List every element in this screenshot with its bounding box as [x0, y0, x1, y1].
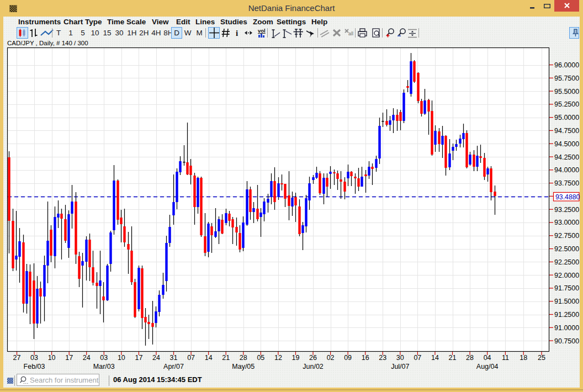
svg-text:26: 26: [309, 354, 317, 362]
svg-text:91.0000: 91.0000: [554, 324, 579, 332]
svg-text:03: 03: [30, 354, 38, 362]
svg-text:95.0000: 95.0000: [554, 114, 579, 121]
svg-text:24: 24: [152, 354, 160, 362]
svg-text:90.7500: 90.7500: [554, 337, 579, 345]
svg-text:10: 10: [118, 354, 125, 362]
svg-text:16: 16: [362, 354, 369, 362]
svg-text:95.7500: 95.7500: [554, 75, 579, 82]
svg-text:94.5000: 94.5000: [554, 140, 579, 148]
svg-text:96.0000: 96.0000: [554, 61, 579, 69]
svg-text:93.7500: 93.7500: [554, 179, 579, 187]
svg-text:30: 30: [396, 354, 404, 362]
svg-text:Feb/03: Feb/03: [24, 363, 45, 370]
svg-text:92.2500: 92.2500: [554, 258, 579, 266]
svg-text:07: 07: [187, 354, 195, 362]
svg-text:94.0000: 94.0000: [554, 166, 579, 174]
svg-text:14: 14: [431, 354, 439, 362]
svg-text:10: 10: [48, 354, 56, 362]
svg-text:03: 03: [100, 354, 108, 362]
svg-text:18: 18: [520, 354, 527, 362]
svg-text:93.4880: 93.4880: [555, 193, 580, 201]
svg-text:04: 04: [484, 354, 491, 362]
svg-text:25: 25: [538, 354, 545, 362]
svg-text:31: 31: [170, 354, 178, 362]
svg-text:14: 14: [205, 354, 213, 362]
svg-text:94.2500: 94.2500: [554, 153, 579, 161]
svg-text:17: 17: [65, 354, 73, 362]
svg-text:07: 07: [414, 354, 421, 362]
svg-text:23: 23: [379, 354, 386, 362]
svg-text:92.0000: 92.0000: [554, 272, 579, 279]
svg-text:05: 05: [257, 354, 264, 362]
svg-text:93.0000: 93.0000: [554, 219, 579, 226]
svg-text:09: 09: [344, 354, 352, 362]
svg-text:Jul/07: Jul/07: [391, 363, 409, 370]
svg-text:92.7500: 92.7500: [554, 232, 579, 240]
svg-text:11: 11: [502, 354, 509, 362]
svg-text:21: 21: [222, 354, 230, 362]
svg-text:Mar/03: Mar/03: [93, 363, 115, 370]
svg-text:91.7500: 91.7500: [554, 284, 579, 292]
svg-text:91.2500: 91.2500: [554, 311, 579, 319]
svg-text:28: 28: [466, 354, 474, 362]
svg-text:Jun/02: Jun/02: [303, 363, 324, 370]
svg-text:02: 02: [327, 354, 335, 362]
svg-text:12: 12: [274, 354, 282, 362]
svg-text:28: 28: [240, 354, 247, 362]
svg-text:92.5000: 92.5000: [554, 245, 579, 253]
svg-text:24: 24: [83, 354, 91, 362]
svg-text:95.5000: 95.5000: [554, 88, 579, 96]
svg-text:93.2500: 93.2500: [554, 206, 579, 214]
svg-text:91.5000: 91.5000: [554, 298, 579, 305]
svg-text:Apr/07: Apr/07: [163, 363, 184, 370]
svg-text:95.2500: 95.2500: [554, 100, 579, 108]
svg-text:21: 21: [449, 354, 457, 362]
svg-text:19: 19: [292, 354, 300, 362]
svg-text:Aug/04: Aug/04: [476, 363, 499, 370]
svg-text:May/05: May/05: [232, 363, 255, 370]
svg-text:94.7500: 94.7500: [554, 127, 579, 135]
svg-text:17: 17: [135, 354, 142, 362]
svg-text:27: 27: [13, 354, 21, 362]
